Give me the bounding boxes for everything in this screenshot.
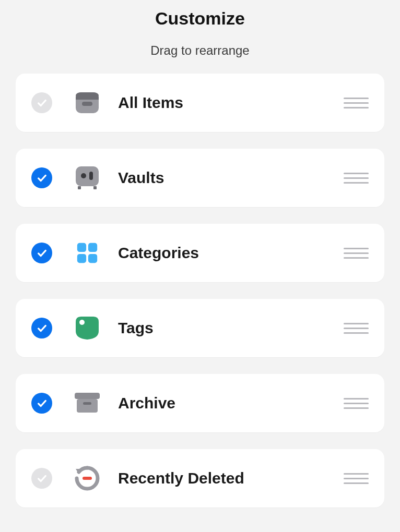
all-items-icon <box>74 90 100 116</box>
svg-rect-3 <box>82 102 92 106</box>
list-item[interactable]: Vaults <box>16 149 384 207</box>
drag-handle-icon[interactable] <box>344 473 369 484</box>
list-item[interactable]: Recently Deleted <box>16 449 384 507</box>
svg-rect-9 <box>77 243 86 252</box>
list-item[interactable]: Categories <box>16 224 384 282</box>
drag-handle-icon[interactable] <box>344 173 369 184</box>
categories-icon <box>74 240 100 266</box>
checkbox-vaults[interactable] <box>31 167 52 188</box>
list-item-label: Vaults <box>118 169 344 187</box>
svg-rect-6 <box>93 186 97 189</box>
list-item[interactable]: Archive <box>16 374 384 432</box>
checkbox-archive[interactable] <box>31 393 52 414</box>
checkbox-all-items[interactable] <box>31 92 52 113</box>
svg-rect-12 <box>88 254 97 263</box>
recently-deleted-icon <box>74 465 100 491</box>
drag-handle-icon[interactable] <box>344 323 369 334</box>
svg-point-7 <box>81 173 86 178</box>
vaults-icon <box>74 165 100 191</box>
checkbox-tags[interactable] <box>31 318 52 338</box>
svg-rect-15 <box>77 399 98 413</box>
subtitle: Drag to rearrange <box>0 43 400 58</box>
list-item-label: Categories <box>118 244 344 262</box>
svg-rect-16 <box>83 402 91 405</box>
svg-rect-8 <box>89 172 93 180</box>
drag-handle-icon[interactable] <box>344 398 369 409</box>
page-title: Customize <box>0 0 400 29</box>
svg-rect-4 <box>76 166 99 186</box>
svg-rect-5 <box>78 186 81 189</box>
svg-rect-2 <box>76 96 99 100</box>
tags-icon <box>74 315 100 341</box>
svg-point-13 <box>79 320 85 325</box>
list-item[interactable]: All Items <box>16 74 384 132</box>
svg-rect-11 <box>77 254 86 263</box>
list-item[interactable]: Tags <box>16 299 384 357</box>
checkbox-categories[interactable] <box>31 243 52 263</box>
drag-handle-icon[interactable] <box>344 98 369 108</box>
customize-list: All Items Vaults <box>0 74 400 507</box>
svg-rect-18 <box>83 477 92 480</box>
list-item-label: Recently Deleted <box>118 469 344 487</box>
drag-handle-icon[interactable] <box>344 248 369 259</box>
svg-rect-10 <box>88 243 97 252</box>
list-item-label: Tags <box>118 319 344 337</box>
archive-icon <box>74 390 100 416</box>
svg-rect-14 <box>75 393 100 399</box>
list-item-label: All Items <box>118 94 344 112</box>
list-item-label: Archive <box>118 394 344 412</box>
checkbox-recently-deleted[interactable] <box>31 468 52 489</box>
